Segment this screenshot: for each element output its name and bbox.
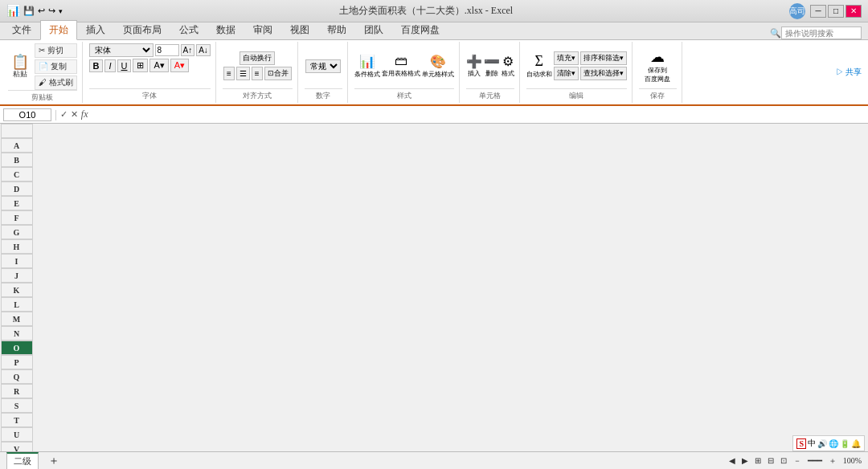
col-R[interactable]: R [1,384,33,398]
tab-review[interactable]: 审阅 [244,20,281,39]
close-button[interactable]: ✕ [845,5,862,18]
formula-cancel-icon[interactable]: ✕ [71,109,78,120]
col-J[interactable]: J [1,268,33,283]
tab-view[interactable]: 视图 [281,20,318,39]
align-left[interactable]: ≡ [223,67,235,80]
format-label[interactable]: 格式 [502,69,514,78]
border-button[interactable]: ⊞ [133,59,148,72]
ribbon-group-cells: ➕ 插入 ➖ 删除 ⚙ 格式 单元格 [461,42,520,103]
align-center[interactable]: ☰ [236,67,250,80]
tab-formulas[interactable]: 公式 [170,20,207,39]
copy-button[interactable]: 📄 复制 [35,59,77,74]
cell-style-label[interactable]: 单元格样式 [422,70,454,79]
tab-page-layout[interactable]: 页面布局 [114,20,170,39]
title-bar: 📊 💾 ↩ ↪ ▾ 土地分类面积表（十二大类）.xlsx - Excel 高司 … [0,0,868,22]
formula-separator: | [55,108,57,121]
sort-filter-button[interactable]: 排序和筛选▾ [580,51,627,65]
formula-check-icon[interactable]: ✓ [60,109,68,120]
fill-color-button[interactable]: A▾ [149,59,168,72]
undo-btn[interactable]: ↩ [38,6,45,16]
col-H[interactable]: H [1,239,33,254]
col-P[interactable]: P [1,355,33,369]
col-C[interactable]: C [1,167,33,181]
col-U[interactable]: U [1,427,33,442]
col-L[interactable]: L [1,297,33,312]
paste-button[interactable]: 📋 粘贴 [8,53,32,81]
redo-btn[interactable]: ↪ [48,6,55,16]
align-right[interactable]: ≡ [252,67,263,80]
table-format-label[interactable]: 套用表格格式 [382,69,420,78]
sheet-tab-2[interactable]: 二级 [6,452,39,469]
col-M[interactable]: M [1,312,33,326]
clear-button[interactable]: 清除▾ [554,67,579,80]
wrap-text-button[interactable]: 自动换行 [240,51,275,65]
font-size-increase[interactable]: A↑ [181,44,195,56]
baidu-save-icon: ☁ [650,48,665,66]
zoom-slider[interactable]: ━━━ [808,456,822,465]
col-B[interactable]: B [1,153,33,167]
col-G[interactable]: G [1,225,33,239]
col-E[interactable]: E [1,196,33,210]
tab-home[interactable]: 开始 [40,20,77,40]
view-layout[interactable]: ⊟ [768,456,774,465]
save-quick-btn[interactable]: 💾 [23,6,35,16]
cell-reference-box[interactable] [3,108,51,121]
sheet-scroll-container[interactable]: A B C D E F G H I J K L M N O P Q [0,124,868,451]
insert-label[interactable]: 插入 [468,69,481,78]
col-T[interactable]: T [1,413,33,427]
search-input[interactable] [781,27,862,39]
delete-icon: ➖ [484,54,500,69]
spreadsheet: A B C D E F G H I J K L M N O P Q [0,124,868,451]
col-K[interactable]: K [1,283,33,297]
font-color-button[interactable]: A▾ [170,59,189,72]
underline-button[interactable]: U [117,59,132,72]
col-S[interactable]: S [1,398,33,413]
view-normal[interactable]: ⊞ [755,456,761,465]
tab-file[interactable]: 文件 [3,20,40,39]
autosum-icon: Σ [535,53,543,70]
number-label: 数字 [305,88,342,101]
tab-baidu[interactable]: 百度网盘 [392,20,448,39]
col-D[interactable]: D [1,181,33,196]
tab-insert[interactable]: 插入 [77,20,114,39]
scroll-left-btn[interactable]: ◀ [729,456,735,465]
col-I[interactable]: I [1,254,33,268]
share-button[interactable]: ▷ 共享 [836,42,862,103]
system-tray: S 中 🔊 🌐 🔋 🔔 [792,435,865,451]
fill-button[interactable]: 填充▾ [554,51,579,65]
minimize-button[interactable]: ─ [810,5,826,18]
bold-button[interactable]: B [89,59,104,72]
formula-input[interactable] [91,109,865,120]
add-sheet-button[interactable]: ＋ [48,454,59,468]
col-N[interactable]: N [1,326,33,341]
view-page-break[interactable]: ⊡ [780,456,787,465]
col-V[interactable]: V [1,442,33,451]
col-A[interactable]: A [1,138,33,153]
cut-button[interactable]: ✂ 剪切 [35,43,77,58]
font-label: 字体 [89,88,211,101]
baidu-save-label[interactable]: 保存到百度网盘 [645,66,670,84]
format-painter-button[interactable]: 🖌 格式刷 [35,75,77,90]
font-size-decrease[interactable]: A↓ [196,44,211,56]
zoom-out-btn[interactable]: － [793,455,801,467]
italic-button[interactable]: I [104,59,115,72]
autosum-label[interactable]: 自动求和 [526,70,552,79]
font-size-input[interactable] [155,44,179,56]
scroll-right-btn[interactable]: ▶ [742,456,748,465]
corner-cell [1,124,33,138]
ribbon-group-alignment: 自动换行 ≡ ☰ ≡ ⊡合并 对齐方式 [218,42,298,103]
col-O[interactable]: O [1,341,33,355]
restore-button[interactable]: □ [828,5,844,18]
delete-label[interactable]: 删除 [485,69,498,78]
col-F[interactable]: F [1,210,33,225]
tab-data[interactable]: 数据 [207,20,244,39]
conditional-format-label[interactable]: 条件格式 [354,70,380,79]
tab-team[interactable]: 团队 [355,20,392,39]
tab-help[interactable]: 帮助 [318,20,355,39]
zoom-in-btn[interactable]: ＋ [829,455,837,467]
font-name-select[interactable]: 宋体 [89,43,154,57]
number-format-select[interactable]: 常规 [305,59,341,73]
merge-center-button[interactable]: ⊡合并 [264,67,292,80]
find-select-button[interactable]: 查找和选择▾ [580,67,627,80]
col-Q[interactable]: Q [1,369,33,384]
